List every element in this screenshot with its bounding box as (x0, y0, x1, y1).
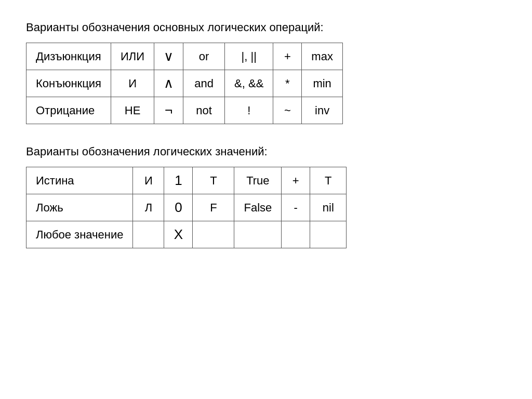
section1-title: Варианты обозначения основных логических… (26, 21, 506, 34)
table-row: ЛожьЛ0FFalse-nil (26, 194, 347, 221)
table-row: ИстинаИ1TTrue+T (26, 167, 347, 194)
table-row: КонъюнкцияИ∧and&, &&*min (26, 70, 343, 97)
table-row: ДизъюнкцияИЛИ∨or|, ||+max (26, 43, 343, 70)
operations-table: ДизъюнкцияИЛИ∨or|, ||+maxКонъюнкцияИ∧and… (26, 43, 343, 124)
table-row: Любое значениеX (26, 221, 347, 248)
section2-title: Варианты обозначения логических значений… (26, 145, 506, 158)
table-row: ОтрицаниеНЕ¬not!~inv (26, 97, 343, 124)
values-table: ИстинаИ1TTrue+TЛожьЛ0FFalse-nilЛюбое зна… (26, 167, 347, 248)
